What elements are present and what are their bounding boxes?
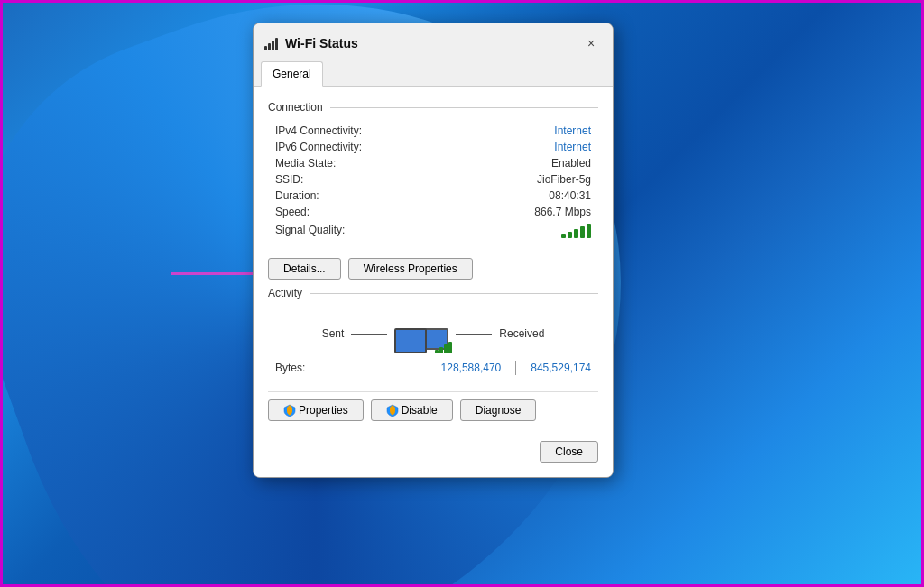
connection-section-header: Connection (268, 101, 598, 114)
received-label: Received (499, 327, 544, 340)
bytes-row: Bytes: 128,588,470 845,529,174 (268, 361, 598, 375)
speed-value: 866.7 Mbps (534, 206, 591, 218)
wifi-bar-4 (275, 38, 278, 50)
connection-label: Connection (268, 101, 323, 114)
tab-general[interactable]: General (261, 61, 323, 87)
disable-button[interactable]: Disable (371, 399, 453, 421)
media-state-value: Enabled (551, 157, 591, 170)
wifi-bar-2 (268, 43, 271, 50)
ipv6-row: IPv6 Connectivity: Internet (275, 139, 591, 155)
signal-bar-5 (587, 224, 591, 238)
signal-bar-4 (580, 226, 585, 238)
duration-key: Duration: (275, 189, 319, 202)
properties-button[interactable]: Properties (268, 399, 364, 421)
wifi-bar-3 (272, 41, 274, 50)
shield-icon-properties (283, 404, 296, 417)
net-bar-3 (444, 344, 448, 353)
activity-divider (310, 293, 598, 294)
close-footer-button[interactable]: Close (540, 441, 598, 463)
speed-key: Speed: (275, 206, 310, 218)
dialog-body: Connection IPv4 Connectivity: Internet I… (254, 87, 613, 477)
wireless-properties-button[interactable]: Wireless Properties (348, 258, 473, 280)
network-signal-bars (435, 342, 452, 353)
speed-row: Speed: 866.7 Mbps (275, 204, 591, 220)
connection-info-table: IPv4 Connectivity: Internet IPv6 Connect… (268, 123, 598, 240)
dialog-title-left: Wi-Fi Status (264, 36, 358, 50)
network-computers-icon (394, 314, 448, 353)
properties-label: Properties (299, 404, 348, 417)
detail-buttons-row: Details... Wireless Properties (268, 251, 598, 283)
bytes-received-value: 845,529,174 (531, 362, 591, 374)
diagnose-button[interactable]: Diagnose (460, 399, 537, 421)
wifi-signal-icon (264, 36, 278, 50)
sent-label: Sent (322, 327, 345, 340)
bytes-divider (515, 361, 516, 375)
connection-divider (330, 107, 598, 108)
activity-top-row: Sent (322, 314, 545, 353)
ipv6-key: IPv6 Connectivity: (275, 141, 362, 153)
dialog-titlebar: Wi-Fi Status × (254, 23, 613, 61)
arrow-annotation (171, 266, 265, 280)
signal-quality-bars (561, 222, 591, 238)
activity-label: Activity (268, 287, 302, 299)
net-bar-1 (435, 350, 439, 353)
bottom-buttons-row: Properties Disable Diagnose (268, 391, 598, 425)
activity-section-header: Activity (268, 287, 598, 299)
close-footer-row: Close (268, 434, 598, 463)
ssid-key: SSID: (275, 173, 303, 186)
duration-value: 08:40:31 (549, 189, 591, 202)
signal-bar-3 (574, 229, 578, 238)
ipv4-value: Internet (554, 124, 591, 137)
disable-label: Disable (402, 404, 438, 417)
bytes-label: Bytes: (275, 362, 305, 374)
ssid-row: SSID: JioFiber-5g (275, 171, 591, 188)
signal-quality-row: Signal Quality: (275, 220, 591, 240)
details-button[interactable]: Details... (268, 258, 341, 280)
net-bar-2 (439, 347, 443, 353)
arrow-line (171, 272, 253, 275)
wifi-bar-1 (264, 46, 267, 50)
ssid-value: JioFiber-5g (537, 173, 591, 186)
wifi-status-dialog: Wi-Fi Status × General Connection IPv4 C… (253, 23, 614, 478)
sent-line (351, 334, 387, 335)
ipv4-key: IPv4 Connectivity: (275, 124, 362, 137)
bytes-sent-value: 128,588,470 (441, 362, 502, 374)
shield-icon-disable (386, 404, 399, 417)
signal-bar-2 (568, 232, 572, 238)
ipv6-value: Internet (554, 141, 591, 153)
duration-row: Duration: 08:40:31 (275, 188, 591, 204)
ipv4-row: IPv4 Connectivity: Internet (275, 123, 591, 139)
signal-bar-1 (561, 234, 566, 238)
dialog-title: Wi-Fi Status (285, 36, 358, 50)
net-bar-4 (448, 342, 452, 353)
signal-quality-key: Signal Quality: (275, 224, 345, 236)
monitor-front (394, 328, 427, 353)
media-state-row: Media State: Enabled (275, 155, 591, 171)
activity-content: Sent (268, 308, 598, 381)
dialog-tabs: General (254, 61, 613, 87)
close-button[interactable]: × (580, 32, 602, 54)
media-state-key: Media State: (275, 157, 336, 170)
bytes-values: 128,588,470 845,529,174 (441, 361, 591, 375)
received-line (456, 334, 492, 335)
activity-section: Activity Sent (268, 287, 598, 381)
